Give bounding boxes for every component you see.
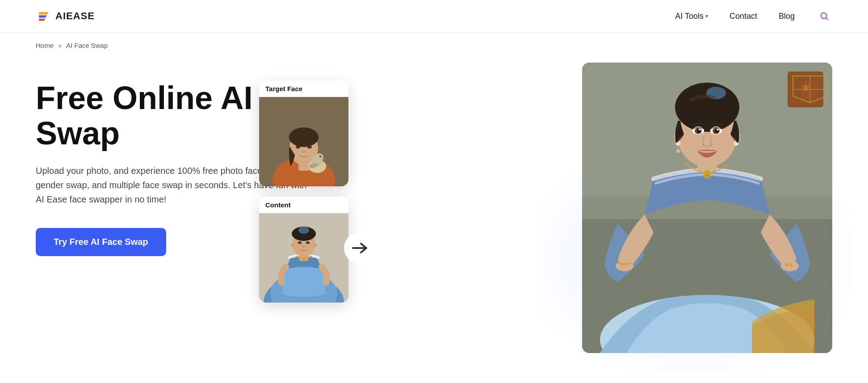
svg-point-23 [291, 244, 294, 247]
nav-blog[interactable]: Blog [779, 12, 795, 21]
nav-ai-tools[interactable]: AI Tools ▾ [675, 12, 708, 21]
main-result-image: ⚜ [582, 63, 832, 353]
cta-button[interactable]: Try Free AI Face Swap [36, 228, 166, 256]
breadcrumb-current: AI Face Swap [66, 42, 108, 49]
svg-point-20 [298, 241, 302, 244]
chevron-down-icon: ▾ [705, 13, 708, 19]
content-svg [259, 213, 348, 303]
breadcrumb-separator: » [58, 42, 62, 49]
swap-arrow [344, 232, 375, 264]
target-face-label: Target Face [259, 80, 348, 97]
hero-section: Free Online AI Face Swap Upload your pho… [0, 49, 868, 380]
svg-point-44 [676, 149, 680, 153]
svg-point-60 [718, 135, 736, 146]
svg-point-56 [701, 143, 705, 146]
breadcrumb: Home » AI Face Swap [36, 42, 832, 49]
svg-point-19 [298, 227, 309, 234]
logo-text: AIEASE [55, 10, 95, 22]
breadcrumb-area: Home » AI Face Swap [0, 33, 868, 49]
header: AIEASE AI Tools ▾ Contact Blog [0, 0, 868, 33]
svg-point-6 [289, 127, 319, 147]
svg-point-24 [314, 244, 316, 247]
svg-point-55 [717, 129, 718, 130]
svg-text:⚜: ⚜ [801, 82, 811, 94]
nav-contact[interactable]: Contact [730, 12, 757, 21]
svg-point-57 [709, 143, 713, 146]
content-card-image [259, 213, 348, 303]
svg-point-8 [307, 146, 312, 149]
svg-point-36 [785, 263, 788, 266]
search-button[interactable] [816, 8, 832, 24]
svg-point-54 [699, 129, 700, 130]
svg-point-22 [302, 258, 306, 261]
svg-line-1 [826, 18, 828, 20]
main-painting-svg: ⚜ [582, 63, 832, 353]
svg-point-37 [790, 264, 793, 266]
svg-point-12 [319, 156, 321, 157]
svg-point-21 [306, 241, 310, 244]
svg-point-11 [315, 153, 323, 161]
target-face-card: Target Face [259, 80, 348, 186]
svg-point-35 [781, 261, 799, 271]
content-label: Content [259, 197, 348, 213]
svg-point-59 [678, 135, 696, 146]
target-face-svg [259, 97, 348, 186]
breadcrumb-home[interactable]: Home [36, 42, 54, 49]
svg-point-7 [296, 146, 300, 149]
content-card: Content [259, 197, 348, 303]
arrow-icon [344, 232, 375, 264]
logo[interactable]: AIEASE [36, 8, 95, 24]
logo-icon [36, 8, 52, 24]
search-icon [819, 11, 829, 21]
hero-visual-right: Target Face [348, 63, 832, 353]
main-nav: AI Tools ▾ Contact Blog [675, 8, 832, 24]
target-face-image [259, 97, 348, 186]
